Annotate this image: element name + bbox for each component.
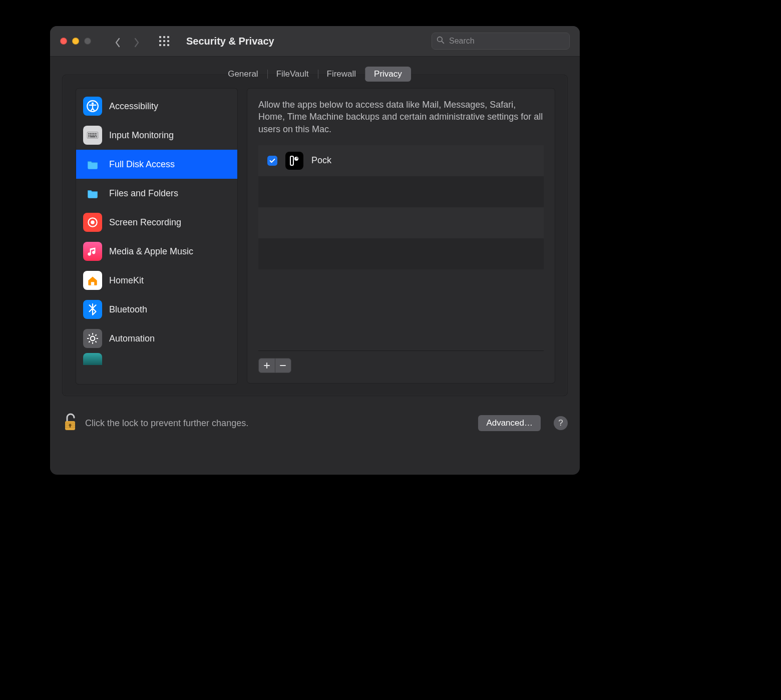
svg-rect-20 (88, 135, 89, 136)
window-title: Security & Privacy (186, 36, 274, 47)
sidebar-item-input-monitoring[interactable]: Input Monitoring (76, 121, 237, 150)
svg-rect-0 (159, 36, 161, 38)
svg-point-30 (91, 220, 95, 224)
app-list[interactable]: Pock (258, 145, 544, 351)
app-name: Pock (311, 155, 331, 166)
lock-hint-text: Click the lock to prevent further change… (85, 418, 248, 429)
svg-point-9 (438, 37, 443, 42)
folder-icon (83, 155, 102, 174)
close-window-button[interactable] (60, 38, 67, 45)
svg-line-10 (442, 41, 444, 43)
svg-rect-6 (159, 44, 161, 46)
folder-icon (83, 184, 102, 203)
help-button[interactable]: ? (554, 416, 568, 430)
window-controls (60, 38, 91, 45)
svg-rect-26 (88, 136, 89, 137)
svg-rect-14 (88, 133, 89, 134)
svg-point-12 (92, 102, 94, 104)
advanced-button[interactable]: Advanced… (478, 415, 541, 431)
sidebar-item-screen-recording[interactable]: Screen Recording (76, 208, 237, 237)
svg-rect-28 (96, 136, 97, 137)
privacy-panel: Accessibility Input Monitoring (62, 75, 568, 396)
svg-rect-3 (159, 40, 161, 42)
svg-rect-48 (70, 425, 71, 428)
svg-rect-5 (167, 40, 169, 42)
record-icon (83, 213, 102, 232)
tab-privacy[interactable]: Privacy (365, 67, 411, 82)
sidebar-item-label: Media & Apple Music (109, 246, 230, 257)
tab-firewall[interactable]: Firewall (318, 67, 365, 82)
svg-rect-17 (93, 133, 94, 134)
svg-rect-19 (97, 133, 97, 134)
music-icon (83, 242, 102, 261)
svg-rect-25 (97, 135, 97, 136)
app-row-empty (258, 238, 544, 269)
svg-point-31 (91, 336, 95, 341)
privacy-category-list[interactable]: Accessibility Input Monitoring (76, 88, 238, 385)
sidebar-item-full-disk-access[interactable]: Full Disk Access (76, 150, 237, 179)
gear-icon (83, 329, 102, 348)
app-icon (83, 353, 102, 365)
sidebar-item-files-and-folders[interactable]: Files and Folders (76, 179, 237, 208)
tab-filevault[interactable]: FileVault (267, 67, 318, 82)
svg-line-36 (89, 334, 90, 335)
show-all-button[interactable] (159, 36, 169, 46)
svg-rect-24 (95, 135, 96, 136)
sidebar-item-label: Screen Recording (109, 217, 230, 228)
detail-panel: Allow the apps below to access data like… (247, 88, 555, 384)
app-row-empty (258, 207, 544, 238)
svg-rect-8 (167, 44, 169, 46)
sidebar-item-label: HomeKit (109, 275, 230, 286)
sidebar-item-label: Full Disk Access (109, 159, 230, 170)
sidebar-item-label: Automation (109, 333, 230, 344)
sidebar-item-bluetooth[interactable]: Bluetooth (76, 295, 237, 324)
sidebar-item-accessibility[interactable]: Accessibility (76, 92, 237, 121)
sidebar-item-automation[interactable]: Automation (76, 324, 237, 353)
bluetooth-icon (83, 300, 102, 319)
svg-line-39 (95, 334, 96, 335)
category-description: Allow the apps below to access data like… (258, 99, 544, 135)
app-row-empty (258, 176, 544, 207)
zoom-window-button[interactable] (84, 38, 91, 45)
footer: Click the lock to prevent further change… (50, 403, 580, 447)
sidebar-item-media-apple-music[interactable]: Media & Apple Music (76, 237, 237, 266)
app-row-pock[interactable]: Pock (258, 145, 544, 176)
svg-rect-16 (92, 133, 93, 134)
svg-rect-2 (167, 36, 169, 38)
back-button[interactable] (114, 38, 121, 45)
svg-rect-18 (95, 133, 96, 134)
svg-point-42 (296, 157, 297, 158)
sidebar-item-label: Bluetooth (109, 304, 230, 315)
sidebar-item-label: Accessibility (109, 101, 230, 112)
nav-buttons (114, 38, 140, 45)
svg-rect-1 (163, 36, 165, 38)
svg-line-38 (89, 341, 90, 342)
svg-rect-23 (93, 135, 94, 136)
svg-rect-7 (163, 44, 165, 46)
accessibility-icon (83, 97, 102, 116)
forward-button[interactable] (133, 38, 140, 45)
svg-rect-21 (90, 135, 91, 136)
sidebar-item-homekit[interactable]: HomeKit (76, 266, 237, 295)
titlebar: Security & Privacy (50, 26, 580, 57)
search-input[interactable] (432, 33, 570, 50)
sidebar-item-label: Files and Folders (109, 188, 230, 199)
minimize-window-button[interactable] (72, 38, 79, 45)
keyboard-icon (83, 126, 102, 145)
tab-general[interactable]: General (219, 67, 267, 82)
svg-point-41 (294, 157, 298, 161)
svg-rect-22 (92, 135, 93, 136)
sidebar-item-label: Input Monitoring (109, 130, 230, 141)
preferences-window: Security & Privacy General FileVault Fir… (50, 26, 580, 475)
svg-line-37 (95, 341, 96, 342)
search-icon (437, 36, 445, 46)
svg-rect-40 (290, 156, 293, 165)
remove-app-button[interactable] (275, 359, 291, 373)
sidebar-item-next[interactable] (76, 353, 237, 359)
app-checkbox[interactable] (267, 156, 277, 166)
lock-icon[interactable] (62, 412, 78, 434)
svg-rect-15 (90, 133, 91, 134)
add-remove-control (258, 358, 291, 373)
add-app-button[interactable] (259, 359, 275, 373)
pock-app-icon (285, 152, 303, 170)
